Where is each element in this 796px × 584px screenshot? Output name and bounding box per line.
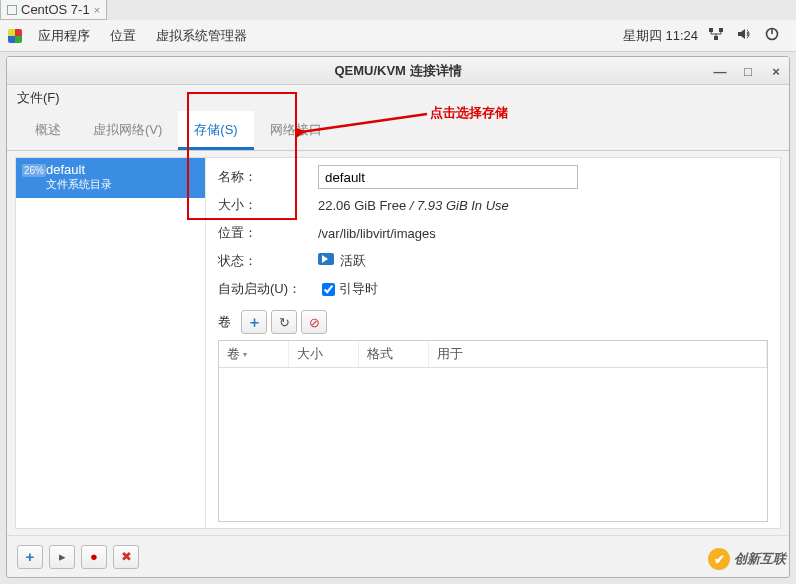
menu-places[interactable]: 位置 <box>100 20 146 52</box>
state-active-icon <box>318 253 334 265</box>
os-tab-close[interactable]: × <box>94 4 100 16</box>
window-close-button[interactable]: × <box>769 64 783 78</box>
pool-start-button[interactable]: ▸ <box>49 545 75 569</box>
value-location: /var/lib/libvirt/images <box>318 226 436 241</box>
menu-apps[interactable]: 应用程序 <box>28 20 100 52</box>
window-titlebar[interactable]: QEMU/KVM 连接详情 — □ × <box>7 57 789 85</box>
window-title: QEMU/KVM 连接详情 <box>334 62 461 80</box>
pool-delete-button[interactable]: ✖ <box>113 545 139 569</box>
col-volume[interactable]: 卷▾ <box>219 341 289 367</box>
annotation-text: 点击选择存储 <box>430 104 508 122</box>
volume-list[interactable]: 卷▾ 大小 格式 用于 <box>218 340 768 522</box>
volume-refresh-button[interactable]: ↻ <box>271 310 297 334</box>
label-size: 大小： <box>218 196 318 214</box>
window-menubar: 文件(F) <box>7 85 789 111</box>
svg-rect-2 <box>714 36 718 40</box>
volume-delete-button[interactable]: ⊘ <box>301 310 327 334</box>
value-size: 22.06 GiB Free / 7.93 GiB In Use <box>318 198 509 213</box>
label-name: 名称： <box>218 168 318 186</box>
activities-icon[interactable] <box>8 29 22 43</box>
menu-vmm[interactable]: 虚拟系统管理器 <box>146 20 257 52</box>
desktop-menubar: 应用程序 位置 虚拟系统管理器 星期四 11:24 <box>0 20 796 52</box>
storage-pool-list: 26% default 文件系统目录 <box>16 158 206 528</box>
watermark-text: 创新互联 <box>734 550 786 568</box>
content-area: 26% default 文件系统目录 名称： 大小： 22.06 GiB Fre… <box>15 157 781 529</box>
input-pool-name[interactable] <box>318 165 578 189</box>
os-tab-icon <box>7 5 17 15</box>
os-tab-label: CentOS 7-1 <box>21 2 90 17</box>
tab-network-interfaces[interactable]: 网络接口 <box>254 111 338 150</box>
storage-detail-panel: 名称： 大小： 22.06 GiB Free / 7.93 GiB In Use… <box>206 158 780 528</box>
pool-usage-pct: 26% <box>22 164 46 177</box>
pool-toolbar: + ▸ ● ✖ <box>7 535 789 577</box>
window-maximize-button[interactable]: □ <box>741 64 755 78</box>
checkbox-autostart[interactable] <box>322 283 335 296</box>
network-icon[interactable] <box>708 26 724 45</box>
label-autostart: 自动启动(U)： <box>218 280 318 298</box>
pool-stop-button[interactable]: ● <box>81 545 107 569</box>
tab-storage[interactable]: 存储(S) <box>178 111 253 150</box>
watermark: ✔ 创新互联 <box>708 548 786 570</box>
value-autostart: 引导时 <box>339 280 378 298</box>
power-icon[interactable] <box>764 26 780 45</box>
tabs: 概述 虚拟网络(V) 存储(S) 网络接口 <box>7 111 789 151</box>
volume-icon[interactable] <box>736 26 752 45</box>
clock[interactable]: 星期四 11:24 <box>623 27 698 45</box>
value-state: 活跃 <box>318 252 366 270</box>
storage-pool-item-default[interactable]: 26% default 文件系统目录 <box>16 158 205 198</box>
label-location: 位置： <box>218 224 318 242</box>
volume-add-button[interactable]: ＋ <box>241 310 267 334</box>
svg-rect-1 <box>719 28 723 32</box>
svg-rect-0 <box>709 28 713 32</box>
tab-overview[interactable]: 概述 <box>19 111 77 150</box>
label-state: 状态： <box>218 252 318 270</box>
watermark-badge-icon: ✔ <box>708 548 730 570</box>
volume-list-header: 卷▾ 大小 格式 用于 <box>219 341 767 368</box>
volume-toolbar: 卷 ＋ ↻ ⊘ <box>218 310 768 334</box>
connection-details-window: QEMU/KVM 连接详情 — □ × 文件(F) 概述 虚拟网络(V) 存储(… <box>6 56 790 578</box>
window-minimize-button[interactable]: — <box>713 64 727 78</box>
sort-indicator-icon: ▾ <box>243 350 247 359</box>
pool-add-button[interactable]: + <box>17 545 43 569</box>
os-tab[interactable]: CentOS 7-1 × <box>0 0 107 20</box>
col-usedby[interactable]: 用于 <box>429 341 767 367</box>
pool-type: 文件系统目录 <box>46 177 197 192</box>
label-volumes: 卷 <box>218 313 231 331</box>
menu-file[interactable]: 文件(F) <box>17 89 60 107</box>
system-tray <box>708 26 788 45</box>
col-size[interactable]: 大小 <box>289 341 359 367</box>
col-format[interactable]: 格式 <box>359 341 429 367</box>
pool-name: default <box>46 162 197 177</box>
tab-virtual-networks[interactable]: 虚拟网络(V) <box>77 111 178 150</box>
